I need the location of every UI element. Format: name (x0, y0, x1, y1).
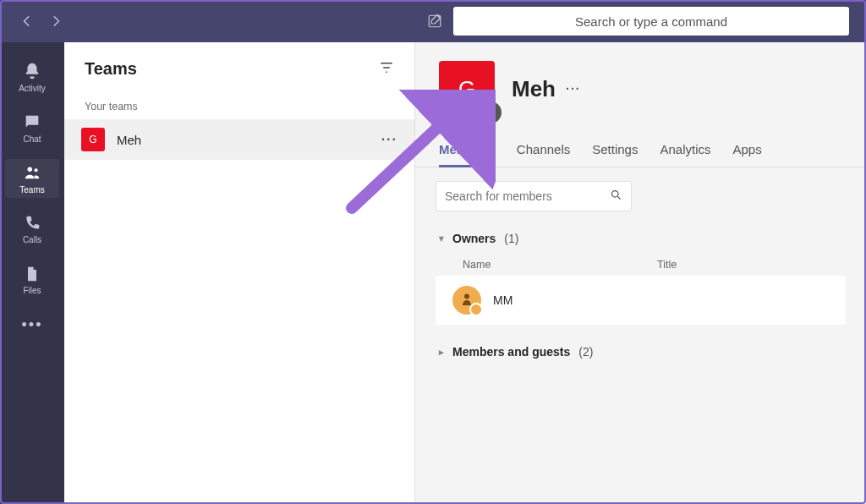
member-name: MM (493, 293, 512, 307)
search-bar[interactable]: Search or type a command (453, 7, 849, 36)
tabs: Members Channels Settings Analytics Apps (415, 125, 866, 167)
col-title: Title (657, 259, 846, 271)
team-more-button[interactable]: ··· (381, 132, 397, 147)
phone-icon (24, 215, 41, 233)
team-title: Meh (512, 76, 556, 102)
tab-channels[interactable]: Channels (517, 142, 570, 167)
teams-list-title: Teams (85, 59, 137, 79)
edit-team-picture-button[interactable] (480, 101, 502, 123)
svg-point-2 (34, 168, 37, 172)
group-owners-header[interactable]: ▸ Owners (1) (436, 230, 846, 247)
rail-item-activity[interactable]: Activity (0, 54, 64, 100)
group-members-guests-label: Members and guests (452, 345, 570, 359)
filter-icon[interactable] (379, 60, 394, 79)
teams-icon (23, 163, 41, 184)
rail-item-more[interactable]: ••• (0, 308, 64, 342)
group-members-guests-count: (2) (578, 345, 593, 359)
member-search[interactable] (436, 181, 632, 211)
rail-label: Files (23, 286, 41, 295)
member-row[interactable]: MM (436, 276, 846, 325)
member-search-input[interactable] (445, 189, 603, 203)
tab-apps[interactable]: Apps (732, 142, 761, 167)
chevron-right-icon: ▸ (439, 347, 444, 358)
group-members-guests: ▸ Members and guests (2) (436, 343, 846, 360)
more-icon: ••• (22, 316, 43, 334)
chevron-down-icon: ▸ (436, 236, 447, 241)
rail-label: Chat (23, 134, 41, 144)
rail-label: Activity (19, 84, 46, 93)
team-name: Meh (117, 133, 381, 147)
rail-item-files[interactable]: Files (0, 257, 64, 303)
columns-header: Name Title (436, 247, 846, 276)
app-rail: Activity Chat Teams Calls Files (0, 42, 64, 504)
tab-members[interactable]: Members (439, 142, 495, 167)
team-actions-button[interactable]: ··· (566, 82, 581, 96)
group-owners-count: (1) (504, 232, 518, 245)
titlebar: Search or type a command (0, 0, 866, 42)
rail-item-calls[interactable]: Calls (0, 206, 64, 252)
group-owners-label: Owners (452, 232, 496, 245)
group-members-guests-header[interactable]: ▸ Members and guests (2) (436, 343, 846, 360)
bell-icon (23, 62, 41, 82)
svg-point-3 (612, 191, 619, 198)
tab-settings[interactable]: Settings (592, 142, 638, 167)
teams-list-panel: Teams Your teams G Meh ··· (64, 42, 415, 504)
search-icon (610, 189, 622, 204)
chat-icon (23, 112, 41, 133)
group-owners: ▸ Owners (1) Name Title MM (436, 230, 846, 325)
your-teams-label: Your teams (64, 90, 414, 119)
search-placeholder: Search or type a command (575, 14, 727, 29)
rail-item-chat[interactable]: Chat (0, 105, 64, 151)
back-button[interactable] (15, 9, 39, 33)
team-big-initial: G (458, 76, 475, 102)
col-name: Name (463, 259, 657, 271)
tab-analytics[interactable]: Analytics (660, 142, 710, 167)
forward-button[interactable] (44, 9, 68, 33)
rail-label: Teams (19, 185, 44, 194)
nav-arrows (15, 9, 68, 33)
rail-item-teams[interactable]: Teams (0, 156, 64, 201)
team-big-avatar: G (439, 61, 495, 117)
svg-point-1 (28, 167, 33, 172)
member-avatar (452, 286, 481, 315)
team-header: G Meh ··· (415, 58, 866, 125)
team-avatar: G (81, 128, 105, 151)
file-icon (24, 266, 41, 284)
compose-button[interactable] (423, 9, 447, 33)
team-row[interactable]: G Meh ··· (64, 119, 414, 160)
main-panel: G Meh ··· Members Channels Settings Anal… (415, 42, 866, 504)
members-body: ▸ Owners (1) Name Title MM ▸ (415, 167, 866, 374)
rail-label: Calls (23, 235, 41, 244)
team-title-row: Meh ··· (512, 76, 581, 102)
